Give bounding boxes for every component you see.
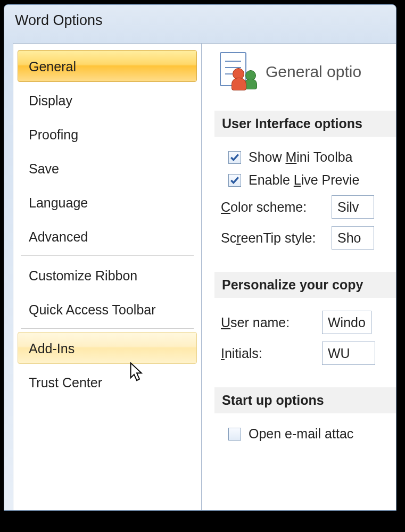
sidebar-item-quick-access-toolbar[interactable]: Quick Access Toolbar [18,293,197,325]
label-screentip-style: ScreenTip style: [221,230,321,246]
window-title: Word Options [4,5,396,38]
window-content: General Display Proofing Save Language A… [13,43,396,510]
label-live-preview: Enable Live Previe [249,172,359,188]
input-initials[interactable]: WU [322,342,375,365]
section-personalize: Personalize your copy [214,272,396,298]
sidebar-item-display[interactable]: Display [18,84,197,116]
sidebar-item-trust-center[interactable]: Trust Center [18,366,197,398]
field-user-name: User name: Windo [221,311,396,334]
label-mini-toolbar: Show Mini Toolba [249,149,353,165]
general-options-icon [220,52,256,92]
option-open-email-attachments[interactable]: Open e-mail attac [228,426,396,442]
select-screentip-style[interactable]: Sho [332,226,374,250]
category-sidebar: General Display Proofing Save Language A… [13,43,201,510]
sidebar-item-save[interactable]: Save [18,152,197,184]
label-initials: Initials: [221,346,311,361]
sidebar-item-general[interactable]: General [18,50,197,82]
main-header: General optio [220,52,396,92]
field-color-scheme: Color scheme: Silv [221,195,396,219]
checkbox-live-preview[interactable] [228,174,241,187]
sidebar-item-advanced[interactable]: Advanced [18,220,197,252]
field-screentip-style: ScreenTip style: Sho [221,226,396,250]
select-color-scheme[interactable]: Silv [332,195,374,219]
label-user-name: User name: [221,315,311,330]
option-mini-toolbar[interactable]: Show Mini Toolba [228,149,396,165]
label-open-email-attachments: Open e-mail attac [249,426,353,442]
section-ui-options: User Interface options [214,111,396,137]
label-color-scheme: Color scheme: [221,200,321,215]
sidebar-item-customize-ribbon[interactable]: Customize Ribbon [18,259,197,291]
main-header-title: General optio [266,63,361,81]
sidebar-item-proofing[interactable]: Proofing [18,118,197,150]
sidebar-item-add-ins[interactable]: Add-Ins [18,332,197,364]
sidebar-divider [21,255,194,256]
option-live-preview[interactable]: Enable Live Previe [228,172,396,188]
checkbox-mini-toolbar[interactable] [228,151,241,164]
options-main-panel: General optio User Interface options Sho… [201,43,396,510]
word-options-window: Word Options General Display Proofing Sa… [4,4,396,511]
checkbox-open-email-attachments[interactable] [228,428,241,440]
sidebar-item-language[interactable]: Language [18,186,197,218]
sidebar-divider [21,328,194,329]
section-startup: Start up options [214,387,396,413]
field-initials: Initials: WU [221,342,396,365]
input-user-name[interactable]: Windo [322,311,371,334]
